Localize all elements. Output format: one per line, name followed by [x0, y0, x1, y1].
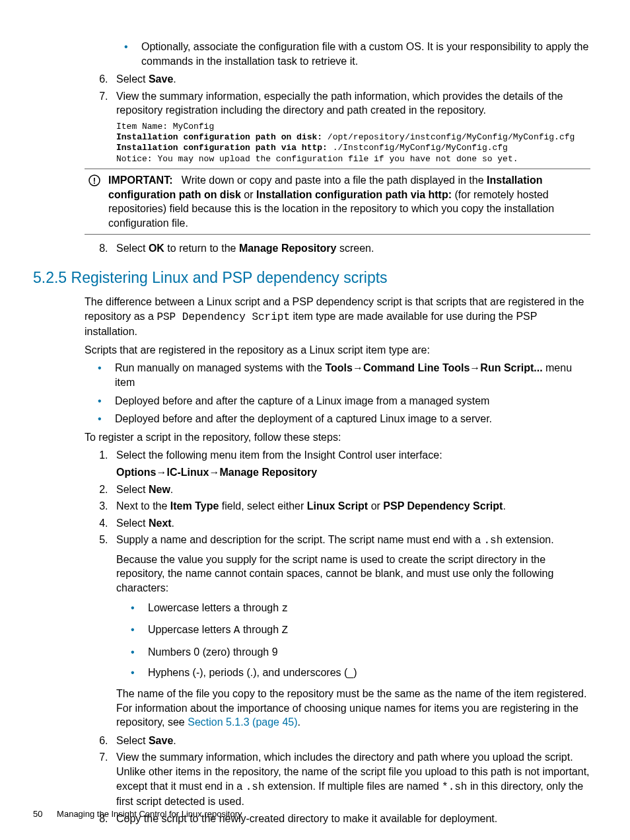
code-line: Installation configuration path via http… [116, 143, 328, 153]
body-text: or [368, 500, 383, 512]
list-item: View the summary information, which incl… [111, 750, 590, 808]
code-inline: A [234, 625, 240, 636]
ui-term: PSP Dependency Script [383, 500, 503, 512]
body-text: . [503, 500, 505, 512]
body-text: Select [116, 517, 149, 529]
code-line: /opt/repository/instconfig/MyConfig/MyCo… [322, 132, 575, 142]
body-text: . [173, 73, 176, 85]
body-text: . [173, 735, 176, 746]
ui-term: New [149, 484, 170, 495]
important-callout: ! IMPORTANT: Write down or copy and past… [85, 169, 590, 235]
code-inline: .sh [246, 781, 265, 793]
page-content: Optionally, associate the configuration … [85, 40, 590, 256]
code-inline: *.sh [442, 781, 467, 793]
ui-term: Item Type [170, 500, 219, 512]
body-text: The name of the file you copy to the rep… [116, 688, 586, 728]
paragraph: Scripts that are registered in the repos… [85, 343, 590, 358]
list-item: Next to the Item Type field, select eith… [111, 499, 590, 514]
cross-reference-link[interactable]: Section 5.1.3 (page 45) [188, 716, 297, 728]
ui-term: Command Line Tools [363, 362, 470, 373]
ui-term: Next [149, 517, 172, 529]
ui-term: Options [116, 467, 156, 478]
arrow-icon: → [156, 467, 166, 478]
list-item: Select Save. [111, 734, 590, 748]
body-text: Supply a name and description for the sc… [116, 534, 483, 545]
body-text: through [240, 602, 281, 613]
list-item: Run manually on managed systems with the… [110, 361, 590, 389]
ui-term: Run Script... [480, 362, 542, 373]
list-item: Uppercase letters A through Z [143, 623, 590, 638]
ui-term: IC-Linux [166, 467, 209, 478]
arrow-icon: → [353, 362, 363, 373]
list-item: Lowercase letters a through z [143, 601, 590, 617]
page-number: 50 [33, 808, 42, 820]
body-text: . [298, 716, 300, 728]
body-text: . [170, 484, 173, 495]
ui-term: Tools [325, 362, 352, 373]
body-text: field, select either [219, 500, 306, 512]
body-text: Numbers 0 (zero) through 9 [148, 646, 278, 658]
body-text: View the summary information, especially… [116, 91, 563, 116]
section-content: The difference between a Linux script an… [85, 295, 590, 825]
menu-path: Options→IC-Linux→Manage Repository [116, 465, 590, 480]
important-icon: ! [85, 173, 104, 230]
list-item: Numbers 0 (zero) through 9 [143, 645, 590, 660]
body-text: extension. [503, 534, 553, 545]
steps-list: Select the following menu item from the … [85, 448, 590, 825]
ui-term: Save [149, 735, 173, 746]
allowed-chars-list: Lowercase letters a through z Uppercase … [116, 601, 590, 680]
body-text: extension. If multiple files are named [264, 781, 442, 792]
list-item: Select OK to return to the Manage Reposi… [111, 241, 590, 256]
body-text: Select [116, 243, 149, 254]
body-text: . [172, 517, 174, 529]
body-text: Deployed before and after the deployment… [115, 413, 492, 424]
arrow-icon: → [209, 467, 219, 478]
ui-term: Manage Repository [239, 243, 337, 254]
list-item: Deployed before and after the deployment… [110, 412, 590, 426]
list-item: Select the following menu item from the … [111, 448, 590, 479]
body-text: Select [116, 73, 149, 85]
ui-term: Save [149, 73, 173, 85]
bulleted-list: Run manually on managed systems with the… [85, 361, 590, 426]
body-text: Uppercase letters [148, 624, 234, 635]
body-text: Lowercase letters [148, 602, 234, 613]
body-text: Select [116, 735, 149, 746]
code-block: Item Name: MyConfig Installation configu… [116, 122, 590, 165]
code-inline: PSP Dependency Script [157, 311, 290, 323]
list-item: Select Next. [111, 516, 590, 531]
code-line: Item Name: MyConfig [116, 122, 214, 132]
paragraph: The name of the file you copy to the rep… [116, 687, 590, 730]
body-text: to return to the [164, 243, 239, 254]
arrow-icon: → [470, 362, 480, 373]
body-text: Hyphens (-), periods (.), and underscore… [148, 667, 357, 678]
section-heading: 5.2.5 Registering Linux and PSP dependen… [33, 268, 597, 288]
code-inline: .sh [483, 535, 503, 547]
code-inline: Z [282, 625, 289, 636]
top-ordered-list-cont: Select OK to return to the Manage Reposi… [85, 241, 590, 256]
body-text: Run manually on managed systems with the [115, 362, 325, 373]
ui-term: Installation configuration path via http… [256, 189, 452, 200]
body-text: Select [116, 484, 149, 495]
list-item: Select Save. [111, 72, 590, 87]
section-title: Registering Linux and PSP dependency scr… [71, 269, 388, 286]
code-line: Notice: You may now upload the configura… [116, 154, 518, 164]
body-text: Optionally, associate the configuration … [141, 41, 588, 67]
section-number: 5.2.5 [33, 269, 67, 286]
paragraph: Because the value you supply for the scr… [116, 553, 590, 595]
list-item: View the summary information, especially… [111, 89, 590, 165]
svg-text:!: ! [93, 175, 96, 185]
code-line: Installation configuration path on disk: [116, 132, 322, 142]
list-item: Hyphens (-), periods (.), and underscore… [143, 666, 590, 680]
paragraph: The difference between a Linux script an… [85, 295, 590, 339]
body-text: Next to the [116, 500, 170, 512]
important-text: IMPORTANT: Write down or copy and paste … [108, 173, 590, 230]
body-text: Select the following menu item from the … [116, 449, 442, 461]
body-text: screen. [336, 243, 374, 254]
list-item: Optionally, associate the configuration … [136, 40, 590, 68]
page-footer: 50 Managing the Insight Control for Linu… [33, 808, 242, 820]
body-text: or [241, 189, 256, 200]
list-item: Supply a name and description for the sc… [111, 533, 590, 730]
ui-term: OK [149, 243, 164, 254]
code-inline: a [234, 603, 240, 615]
top-ordered-list: Select Save. View the summary informatio… [85, 72, 590, 165]
